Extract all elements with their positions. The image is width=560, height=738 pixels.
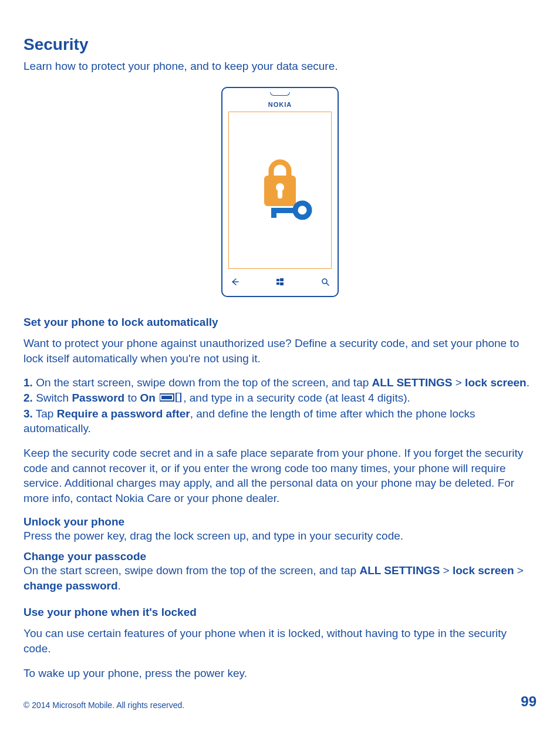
- lock-key-icon: [248, 155, 312, 225]
- copyright-text: © 2014 Microsoft Mobile. All rights rese…: [23, 700, 184, 710]
- text-fragment: >: [440, 564, 453, 577]
- page-footer: © 2014 Microsoft Mobile. All rights rese…: [23, 693, 537, 710]
- section-autolock-intro: Want to protect your phone against unaut…: [23, 336, 537, 366]
- search-icon: [320, 277, 330, 287]
- text-fragment: >: [514, 564, 524, 577]
- back-icon: [230, 277, 240, 287]
- svg-rect-13: [161, 396, 172, 399]
- section-heading-unlock: Unlock your phone: [23, 515, 537, 528]
- svg-rect-6: [276, 279, 279, 281]
- svg-point-5: [295, 203, 309, 217]
- svg-rect-14: [176, 393, 181, 402]
- intro-text: Learn how to protect your phone, and to …: [23, 60, 537, 73]
- step-number: 1.: [23, 376, 33, 389]
- svg-rect-4: [271, 208, 276, 218]
- phone-brand-label: NOKIA: [222, 101, 338, 108]
- step-text: >: [452, 376, 465, 389]
- svg-rect-9: [280, 282, 284, 285]
- svg-rect-8: [276, 282, 279, 285]
- change-passcode-text: On the start screen, swipe down from the…: [23, 563, 537, 593]
- step-3: 3. Tap Require a password after, and def…: [23, 406, 537, 436]
- toggle-on-icon: [160, 391, 182, 406]
- security-code-note: Keep the security code secret and in a s…: [23, 446, 537, 506]
- step-text: Tap: [33, 407, 57, 420]
- page-number: 99: [521, 693, 537, 710]
- step-2: 2. Switch Password to On , and type in a…: [23, 390, 537, 406]
- step-text: .: [527, 376, 529, 389]
- ui-label-lock-screen: lock screen: [453, 564, 514, 577]
- step-text: On the start screen, swipe down from the…: [33, 376, 372, 389]
- step-text: [156, 392, 158, 404]
- ui-label-change-password: change password: [23, 579, 118, 592]
- windows-icon: [275, 277, 285, 287]
- step-text: to: [124, 392, 140, 404]
- ui-label-lock-screen: lock screen: [465, 376, 527, 389]
- section-heading-use-when-locked: Use your phone when it's locked: [23, 606, 537, 619]
- step-number: 2.: [23, 392, 33, 404]
- section-heading-change-passcode: Change your passcode: [23, 550, 537, 563]
- section-heading-autolock: Set your phone to lock automatically: [23, 316, 537, 329]
- text-fragment: .: [118, 579, 121, 592]
- steps-list: 1. On the start screen, swipe down from …: [23, 375, 537, 436]
- phone-illustration-wrap: NOKIA: [23, 87, 537, 297]
- page-title: Security: [23, 35, 537, 54]
- use-when-locked-text-1: You can use certain features of your pho…: [23, 626, 537, 656]
- step-text: , and type in a security code (at least …: [183, 392, 410, 404]
- ui-label-all-settings: ALL SETTINGS: [359, 564, 440, 577]
- ui-label-on: On: [140, 392, 156, 404]
- step-text: Switch: [33, 392, 72, 404]
- unlock-text: Press the power key, drag the lock scree…: [23, 528, 537, 544]
- ui-label-require-password-after: Require a password after: [57, 407, 190, 420]
- phone-navbar: [230, 276, 330, 288]
- svg-rect-7: [280, 278, 284, 281]
- svg-rect-2: [278, 189, 282, 198]
- phone-speaker: [270, 92, 290, 96]
- step-1: 1. On the start screen, swipe down from …: [23, 375, 537, 390]
- phone-illustration: NOKIA: [221, 87, 339, 297]
- text-fragment: On the start screen, swipe down from the…: [23, 564, 359, 577]
- ui-label-password: Password: [72, 392, 124, 404]
- ui-label-all-settings: ALL SETTINGS: [372, 376, 453, 389]
- phone-screen: [228, 112, 332, 269]
- step-number: 3.: [23, 407, 33, 420]
- use-when-locked-text-2: To wake up your phone, press the power k…: [23, 666, 537, 681]
- svg-line-11: [326, 283, 329, 285]
